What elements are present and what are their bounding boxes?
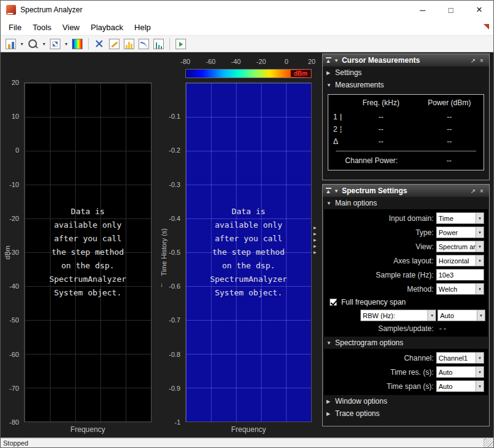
colorbar-tick: 0	[285, 58, 288, 65]
cursor-2-row: 2 -- --	[328, 123, 484, 135]
dock-figure-arrow-icon[interactable]	[484, 24, 489, 30]
menu-tools[interactable]: Tools	[27, 23, 57, 32]
power-column-header: Power (dBm)	[415, 98, 484, 107]
chevron-down-icon[interactable]: ▼	[476, 353, 484, 363]
menu-playback[interactable]: Playback	[85, 23, 129, 32]
window-options-section-toggle[interactable]: ▶ Window options	[323, 395, 489, 407]
panel-expander[interactable]: ▶ ▶ ▶ ▶ ▶	[314, 226, 317, 254]
main-options-section-toggle[interactable]: ▼ Main options	[323, 197, 489, 209]
menu-view[interactable]: View	[57, 23, 85, 32]
toolbar-separator	[169, 38, 170, 50]
app-icon	[6, 5, 16, 15]
fit-to-view-dropdown[interactable]: ▾	[63, 36, 70, 51]
colorbar-tick: -80	[180, 58, 190, 65]
collapse-panel-icon[interactable]: ▼	[334, 58, 339, 63]
chevron-down-icon[interactable]: ▼	[476, 255, 484, 266]
cursor-measurements-header[interactable]: ▼ Cursor Measurements ↗ ×	[323, 54, 489, 66]
spectrogram-toggle-button[interactable]	[70, 36, 84, 51]
axes-scaling-icon	[6, 39, 16, 49]
colorbar-tick: 20	[308, 58, 315, 65]
full-frequency-span-checkbox[interactable]	[330, 298, 337, 306]
rollup-panel-icon[interactable]	[326, 57, 331, 63]
maximize-button[interactable]: □	[437, 1, 465, 19]
resize-grip[interactable]	[484, 438, 493, 447]
chevron-down-icon[interactable]: ▼	[476, 241, 484, 252]
view-row: View: Spectrum and... ▼	[326, 239, 485, 254]
view-select[interactable]: Spectrum and... ▼	[436, 241, 484, 252]
peak-finder-button[interactable]	[122, 36, 136, 51]
chevron-down-icon[interactable]: ▼	[427, 310, 435, 321]
channel-select[interactable]: Channel1 ▼	[436, 352, 484, 364]
trace-options-section-toggle[interactable]: ▶ Trace options	[323, 407, 489, 420]
cursor-measurements-button[interactable]	[92, 36, 107, 51]
spectrum-placeholder-text: Data is available only after you call th…	[25, 83, 151, 422]
select-value: Auto	[438, 312, 477, 319]
menu-file[interactable]: File	[3, 23, 27, 32]
rbw-mode-select[interactable]: RBW (Hz): ▼	[360, 310, 436, 321]
time-res-select[interactable]: Auto ▼	[436, 366, 484, 378]
chevron-down-icon[interactable]: ▼	[476, 367, 484, 377]
input-domain-select[interactable]: Time ▼	[436, 212, 484, 224]
y-tick-label: -0.4	[169, 215, 180, 222]
fit-to-view-button[interactable]	[48, 36, 62, 51]
measurements-section-toggle[interactable]: ▼ Measurements	[323, 79, 489, 91]
colorbar-tick: -20	[256, 58, 266, 65]
delta-freq: --	[347, 137, 415, 146]
chevron-down-icon[interactable]: ▼	[476, 227, 484, 238]
channel-power-label: Channel Power:	[328, 156, 415, 165]
y-tick-label: -0.1	[169, 113, 180, 120]
axes-scaling-button[interactable]	[4, 36, 18, 51]
select-value: Auto	[437, 383, 476, 390]
close-button[interactable]: ×	[465, 1, 493, 19]
chevron-down-icon[interactable]: ▼	[476, 284, 484, 294]
settings-section-toggle[interactable]: ▶ Settings	[323, 66, 489, 79]
field-label: Method:	[326, 285, 436, 294]
field-label: Time span (s):	[326, 382, 436, 391]
spectrogram-icon	[72, 39, 83, 49]
menu-help[interactable]: Help	[129, 23, 156, 32]
spectrum-settings-header[interactable]: ▼ Spectrum Settings ↗ ×	[323, 185, 489, 197]
zoom-button[interactable]	[26, 36, 40, 51]
axes-scaling-dropdown[interactable]: ▾	[18, 36, 25, 51]
y-tick-label: -0.3	[169, 181, 180, 188]
cursor-measurements-panel: ▼ Cursor Measurements ↗ × ▶ Settings ▼ M…	[322, 54, 490, 180]
chevron-down-icon[interactable]: ▼	[476, 381, 484, 391]
statusbar: Stopped	[1, 438, 493, 447]
minimize-button[interactable]: ─	[408, 1, 437, 19]
spectrum-analyzer-window: Spectrum Analyzer ─ □ × File Tools View …	[0, 0, 494, 448]
chevron-down-icon[interactable]: ▼	[476, 213, 484, 223]
field-label: View:	[326, 242, 436, 251]
chevron-down-icon[interactable]: ▼	[477, 310, 485, 321]
sample-rate-row: Sample rate (Hz):	[326, 268, 485, 282]
signal-statistics-button[interactable]	[107, 36, 121, 51]
undock-panel-icon[interactable]: ↗	[469, 57, 477, 64]
zoom-icon	[28, 39, 38, 49]
close-panel-icon[interactable]: ×	[477, 188, 486, 194]
playback-button[interactable]	[174, 36, 188, 51]
sample-rate-input[interactable]	[436, 269, 484, 281]
time-span-select[interactable]: Auto ▼	[436, 380, 484, 392]
method-select[interactable]: Welch ▼	[436, 283, 484, 295]
close-panel-icon[interactable]: ×	[477, 57, 486, 64]
rollup-panel-icon[interactable]	[326, 188, 331, 194]
select-value: RBW (Hz):	[361, 312, 427, 319]
type-select[interactable]: Power ▼	[436, 226, 484, 238]
time-direction-arrow-icon: ↓	[160, 281, 163, 288]
spectrogram-options-section-toggle[interactable]: ▼ Spectrogram options	[323, 337, 489, 349]
time-span-row: Time span (s): Auto ▼	[326, 379, 485, 393]
expander-arrow-icon: ▶	[314, 250, 317, 254]
field-label: Samples/update:	[326, 324, 436, 333]
distortion-measurements-button[interactable]	[152, 36, 166, 51]
distortion-measurements-icon	[153, 39, 164, 49]
undock-panel-icon[interactable]: ↗	[469, 188, 477, 194]
field-label: Axes layout:	[326, 257, 436, 265]
rbw-value-select[interactable]: Auto ▼	[437, 310, 485, 321]
ccdf-measurements-button[interactable]	[137, 36, 151, 51]
axes-layout-select[interactable]: Horizontal ▼	[436, 255, 484, 266]
section-collapsed-icon: ▶	[326, 399, 331, 404]
expander-arrow-icon: ▶	[314, 244, 317, 248]
collapse-panel-icon[interactable]: ▼	[334, 188, 339, 194]
select-value: Time	[437, 215, 476, 222]
select-value: Power	[437, 229, 476, 236]
zoom-dropdown[interactable]: ▾	[41, 36, 47, 51]
